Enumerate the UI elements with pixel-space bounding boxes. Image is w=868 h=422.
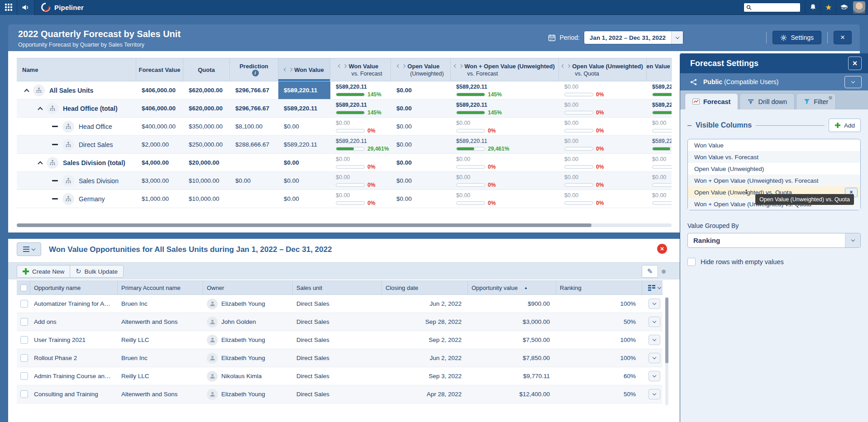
search-input[interactable] <box>752 4 798 10</box>
opportunity-row[interactable]: Rollout Phase 2Bruen IncElizabeth YoungD… <box>17 349 663 367</box>
row-checkbox[interactable] <box>20 390 28 398</box>
forecast-column-header-wvf[interactable]: Won Valuevs. Forecast <box>330 58 391 81</box>
visible-column-item[interactable]: Won Value vs. Forecast <box>688 151 860 163</box>
edit-button[interactable]: ✎ <box>642 265 658 278</box>
info-icon[interactable]: i <box>252 70 259 76</box>
forecast-column-header-ovq[interactable]: Open Value (Unweighted)vs. Quota <box>559 58 647 81</box>
close-opportunities-button[interactable]: × <box>657 244 667 254</box>
progress-percent: 29,461% <box>367 146 389 152</box>
row-expand-button[interactable] <box>649 299 660 309</box>
row-checkbox[interactable] <box>20 318 28 326</box>
share-dropdown-button[interactable] <box>844 76 862 88</box>
forecast-table-row[interactable]: Head Office (total)$406,000.00$620,000.0… <box>17 100 672 118</box>
columns-config-button[interactable] <box>642 281 663 294</box>
tab-drill-down[interactable]: Drill down <box>739 93 795 109</box>
forecast-table-row[interactable]: All Sales Units$406,000.00$620,000.00$29… <box>17 81 672 100</box>
cell-opportunity-value: $7,500.00 <box>468 337 556 343</box>
announcements-button[interactable] <box>17 0 34 15</box>
column-header-owner[interactable]: Owner <box>203 281 293 294</box>
move-column-left-icon[interactable] <box>562 64 565 68</box>
row-expand-button[interactable] <box>649 317 660 327</box>
opportunity-row[interactable]: Admin Training Course an…Reilly LLCNikol… <box>17 367 663 385</box>
bulk-update-button[interactable]: ↻ Bulk Update <box>70 265 124 278</box>
row-checkbox[interactable] <box>20 300 28 308</box>
notifications-button[interactable] <box>805 0 820 15</box>
tab-filter[interactable]: Filter <box>796 93 836 109</box>
visible-column-item[interactable]: Won Value <box>688 139 860 151</box>
select-chevron[interactable] <box>845 233 860 247</box>
hide-empty-checkbox[interactable] <box>687 258 696 266</box>
sales-unit-icon <box>65 178 72 184</box>
move-column-left-icon[interactable] <box>338 64 342 68</box>
move-column-right-icon[interactable] <box>567 64 570 68</box>
forecast-column-header-quota[interactable]: Quota <box>183 58 230 81</box>
move-column-left-icon[interactable] <box>397 64 401 68</box>
horizontal-scrollbar[interactable] <box>17 223 672 227</box>
column-header-opportunity-name[interactable]: Opportunity name <box>30 281 118 294</box>
global-search[interactable] <box>744 3 801 12</box>
tab-forecast[interactable]: Forecast <box>685 93 738 109</box>
vertical-scrollbar-thumb[interactable] <box>665 298 668 363</box>
move-column-left-icon[interactable] <box>454 64 458 68</box>
row-expand-button[interactable] <box>649 371 660 381</box>
select-all-checkbox[interactable] <box>20 284 27 291</box>
move-column-left-icon[interactable] <box>284 68 287 71</box>
column-header-closing-date[interactable]: Closing date <box>382 281 468 294</box>
forecast-column-header-name[interactable]: Name <box>17 58 136 81</box>
collapse-toggle-icon[interactable] <box>38 107 43 112</box>
forecast-column-header-ov[interactable]: Open Value(Unweighted) <box>391 58 451 81</box>
forecast-table-row[interactable]: Germany$1,000.00$10,000.00$0.00$0.000%$0… <box>17 190 672 208</box>
horizontal-scrollbar-thumb[interactable] <box>17 223 591 227</box>
forecast-table-row[interactable]: Sales Division$3,000.00$10,000.00$0.00$0… <box>17 172 672 190</box>
value-grouped-by-select[interactable]: Ranking <box>687 233 861 248</box>
forecast-column-header-won[interactable]: Won Value <box>278 58 330 81</box>
column-header-ranking[interactable]: Ranking <box>556 281 642 294</box>
collapse-toggle-icon[interactable] <box>38 161 43 166</box>
opportunity-row[interactable]: Consulting and TrainingAltenwerth and So… <box>17 385 663 403</box>
close-forecast-button[interactable]: × <box>834 31 852 44</box>
add-column-button[interactable]: Add <box>829 119 861 132</box>
collapse-toggle-icon[interactable] <box>24 89 29 94</box>
cell-value: $589,220.11 <box>456 138 487 144</box>
close-panel-button[interactable]: × <box>848 57 862 70</box>
opportunity-row[interactable]: Automatizer Training for A…Bruen IncEliz… <box>17 295 663 313</box>
cell-owner: Nikolaus Kimla <box>203 371 293 382</box>
opportunity-row[interactable]: User Training 2021Reilly LLCElizabeth Yo… <box>17 331 663 349</box>
cell-won-value[interactable]: $589,220.11 <box>278 81 330 99</box>
forecast-column-header-wovq[interactable]: Won + Open Value (Unweighted)vs. Quota <box>647 58 672 81</box>
app-launcher-button[interactable] <box>0 0 17 15</box>
visible-column-item[interactable]: Open Value (Unweighted) <box>688 163 860 175</box>
move-column-right-icon[interactable] <box>459 64 463 68</box>
period-select-chevron[interactable] <box>671 31 683 44</box>
forecast-column-header-forecast[interactable]: Forecast Value <box>136 58 183 81</box>
column-header-opportunity-value[interactable]: Opportunity value ▲ <box>468 281 556 294</box>
settings-button[interactable]: Settings <box>773 31 821 44</box>
forecast-table-row[interactable]: Direct Sales$2,000.00$250,000.00$288,666… <box>17 136 672 154</box>
forecast-table-row[interactable]: Head Office$400,000.00$350,000.00$8,100.… <box>17 118 672 136</box>
row-expand-button[interactable] <box>649 389 660 399</box>
section-collapse-icon[interactable]: – <box>687 121 692 129</box>
column-header-sales-unit[interactable]: Sales unit <box>293 281 382 294</box>
create-new-button[interactable]: Create New <box>17 265 70 278</box>
section-menu-button[interactable] <box>17 242 41 256</box>
column-header-account-name[interactable]: Primary Account name <box>118 281 203 294</box>
row-checkbox[interactable] <box>20 372 28 380</box>
move-column-right-icon[interactable] <box>289 68 292 71</box>
visible-column-item[interactable]: Won + Open Value (Unweighted) vs. Foreca… <box>688 175 860 186</box>
period-select[interactable]: Jan 1, 2022 – Dec 31, 2022 <box>584 31 683 44</box>
move-column-right-icon[interactable] <box>343 64 347 68</box>
move-column-right-icon[interactable] <box>402 64 405 68</box>
forecast-column-header-prediction[interactable]: Predictioni <box>230 58 278 81</box>
favorites-button[interactable]: ★ <box>820 0 836 15</box>
row-expand-button[interactable] <box>649 353 660 363</box>
forecast-column-header-wovf[interactable]: Won + Open Value (Unweighted)vs. Forecas… <box>451 58 559 81</box>
pipeliner-logo[interactable]: Pipeliner <box>41 2 84 12</box>
row-checkbox[interactable] <box>20 336 28 344</box>
row-expand-button[interactable] <box>649 335 660 345</box>
user-avatar[interactable] <box>853 1 865 14</box>
vertical-scrollbar[interactable] <box>665 297 668 405</box>
academy-button[interactable] <box>836 0 851 15</box>
forecast-table-row[interactable]: Sales Division (total)$4,000.00$20,000.0… <box>17 154 672 172</box>
row-checkbox[interactable] <box>20 354 28 362</box>
opportunity-row[interactable]: Add onsAltenwerth and SonsJohn GoldenDir… <box>17 313 663 331</box>
